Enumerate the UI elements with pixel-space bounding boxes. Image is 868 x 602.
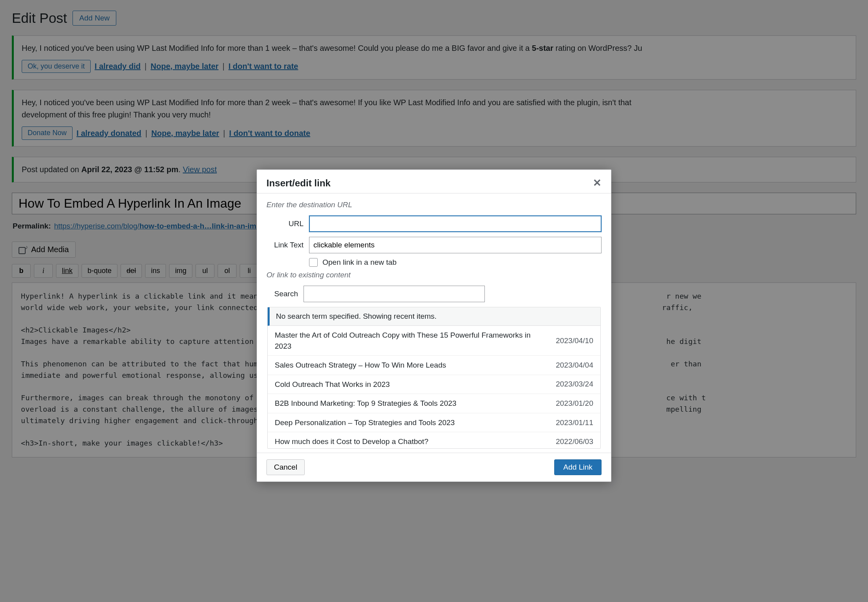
result-title: B2B Inbound Marketing: Top 9 Strategies … xyxy=(275,398,548,409)
result-title: Cold Outreach That Works in 2023 xyxy=(275,379,548,390)
modal-overlay: Insert/edit link ✕ Enter the destination… xyxy=(0,0,868,602)
result-title: How much does it Cost to Develop a Chatb… xyxy=(275,436,548,447)
result-date: 2023/03/24 xyxy=(556,380,593,388)
result-date: 2023/01/20 xyxy=(556,399,593,408)
linktext-label: Link Text xyxy=(266,241,304,249)
result-item[interactable]: Cold Outreach That Works in 20232023/03/… xyxy=(268,375,600,394)
insert-link-modal: Insert/edit link ✕ Enter the destination… xyxy=(257,169,611,482)
result-date: 2023/01/11 xyxy=(556,418,593,427)
close-icon[interactable]: ✕ xyxy=(593,177,602,189)
url-hint: Enter the destination URL xyxy=(266,201,602,209)
search-input[interactable] xyxy=(304,286,485,302)
result-item[interactable]: How much does it Cost to Develop a Chatb… xyxy=(268,432,600,449)
newtab-checkbox[interactable] xyxy=(309,258,318,267)
result-date: 2023/04/10 xyxy=(556,336,593,345)
result-title: Sales Outreach Strategy – How To Win Mor… xyxy=(275,360,548,371)
url-input[interactable] xyxy=(309,216,602,232)
result-title: Deep Personalization – Top Strategies an… xyxy=(275,417,548,428)
existing-hint: Or link to existing content xyxy=(266,271,602,279)
newtab-label: Open link in a new tab xyxy=(322,258,397,267)
result-date: 2023/04/04 xyxy=(556,361,593,370)
add-link-button[interactable]: Add Link xyxy=(554,459,602,475)
result-date: 2022/06/03 xyxy=(556,437,593,446)
results-heading: No search term specified. Showing recent… xyxy=(268,307,600,326)
search-results: No search term specified. Showing recent… xyxy=(267,307,601,449)
result-title: Master the Art of Cold Outreach Copy wit… xyxy=(275,330,548,351)
result-item[interactable]: Sales Outreach Strategy – How To Win Mor… xyxy=(268,356,600,375)
result-item[interactable]: Master the Art of Cold Outreach Copy wit… xyxy=(268,326,600,356)
result-item[interactable]: Deep Personalization – Top Strategies an… xyxy=(268,413,600,433)
url-label: URL xyxy=(266,219,304,228)
modal-title: Insert/edit link xyxy=(266,178,331,189)
linktext-input[interactable] xyxy=(309,237,602,253)
cancel-button[interactable]: Cancel xyxy=(266,459,305,475)
search-label: Search xyxy=(266,290,298,298)
result-item[interactable]: B2B Inbound Marketing: Top 9 Strategies … xyxy=(268,394,600,413)
